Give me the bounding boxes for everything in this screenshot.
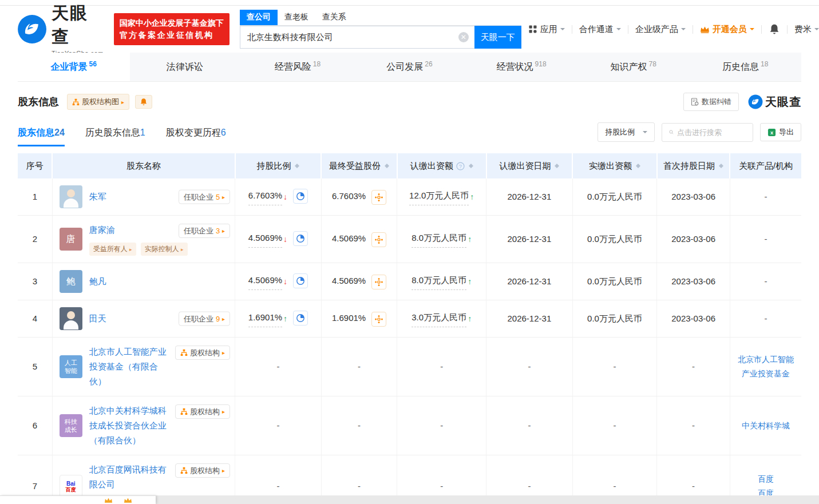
- shareholder-name-cell: 唐唐家渝受益所有人 ▸实际控制人 ▸任职企业 3▸: [52, 216, 235, 263]
- column-header-1: 序号: [18, 153, 52, 178]
- subtab-shareholders[interactable]: 股东信息24: [18, 127, 65, 146]
- related-product-link[interactable]: 北京市人工智能产业投资基金: [735, 352, 797, 381]
- nav-enterprise-products[interactable]: 企业级产品: [628, 24, 693, 35]
- table-search-box[interactable]: [662, 123, 753, 142]
- help-question-icon[interactable]: ?: [454, 162, 465, 170]
- subscribed-date-cell: 2026-12-31: [486, 178, 573, 216]
- trend-up-icon: ↑: [468, 232, 472, 247]
- column-header-label: 认缴出资日期: [499, 161, 551, 172]
- equity-structure-icon-button[interactable]: [371, 312, 386, 327]
- arrow-right-icon: ▸: [222, 315, 225, 323]
- column-header-3[interactable]: 持股比例: [235, 153, 322, 178]
- subtab-equity-change-history[interactable]: 股权变更历程6: [166, 127, 226, 146]
- sort-arrows-icon[interactable]: [295, 161, 299, 170]
- shareholder-name-cell: 人工 智能北京市人工智能产业投资基金（有限合伙） 股权结构▸: [52, 338, 235, 396]
- beneficial-share-cell: -: [321, 396, 397, 455]
- search-submit-button[interactable]: 天眼一下: [474, 26, 521, 49]
- nav-apps[interactable]: 应用: [521, 24, 572, 35]
- shareholding-ratio-value[interactable]: 6.7603%: [248, 188, 282, 205]
- sort-arrows-icon[interactable]: [469, 161, 473, 170]
- sort-arrows-icon[interactable]: [555, 161, 559, 170]
- equity-structure-icon-button[interactable]: [371, 275, 386, 289]
- column-header-4[interactable]: 最终受益股份: [321, 153, 397, 178]
- related-products-cell: -: [730, 216, 801, 263]
- sort-arrows-icon[interactable]: [385, 161, 389, 170]
- office-companies-badge[interactable]: 任职企业 9▸: [179, 312, 230, 326]
- column-header-7[interactable]: 实缴出资额: [572, 153, 657, 178]
- data-correction-button[interactable]: ! 数据纠错: [683, 93, 739, 111]
- subscribed-capital-value[interactable]: 8.0万元人民币: [412, 231, 466, 248]
- related-product-link[interactable]: 中关村科学城: [735, 419, 797, 433]
- column-header-5[interactable]: 认缴出资额?: [397, 153, 486, 178]
- company-search-input[interactable]: [240, 26, 474, 49]
- pie-chart-icon-button[interactable]: [293, 273, 308, 288]
- tab-enterprise-background[interactable]: 企业背景 56: [18, 53, 130, 81]
- crown-icon: [104, 497, 113, 504]
- subscribed-capital-cell: 8.0万元人民币↑: [397, 263, 486, 300]
- column-header-wrap: 关联产品/机构: [730, 161, 801, 172]
- tab-operation-risk[interactable]: 经营风险 18: [242, 53, 354, 81]
- subscribed-date-cell: -: [486, 396, 573, 455]
- office-companies-badge[interactable]: 任职企业 3▸: [179, 224, 230, 238]
- search-tab-boss[interactable]: 查老板: [278, 10, 315, 25]
- equity-structure-badge[interactable]: 股权结构▸: [175, 404, 230, 419]
- tianyancha-logo-icon: [17, 14, 47, 45]
- search-tab-company[interactable]: 查公司: [240, 10, 278, 25]
- search-tab-relation[interactable]: 查关系: [315, 10, 353, 25]
- column-header-8[interactable]: 首次持股日期: [657, 153, 730, 178]
- equity-structure-icon-button[interactable]: [371, 190, 386, 205]
- paid-capital-cell: 0.0万元人民币: [572, 178, 657, 216]
- column-header-2: 股东名称: [52, 153, 235, 178]
- beneficial-share-value: 4.5069%: [332, 276, 366, 285]
- subscribed-capital-value[interactable]: 12.0万元人民币: [409, 188, 469, 205]
- sort-arrows-icon[interactable]: [719, 161, 723, 170]
- actual-controller-tag[interactable]: 实际控制人 ▸: [141, 243, 188, 256]
- export-button[interactable]: x 导出: [760, 123, 801, 141]
- monitor-bell-button[interactable]: [135, 95, 152, 109]
- shareholding-ratio-value[interactable]: 4.5069%: [248, 231, 282, 248]
- notification-bell-button[interactable]: [762, 23, 787, 35]
- beneficial-share-cell: 1.6901%: [321, 300, 397, 338]
- nav-open-vip[interactable]: 开通会员: [693, 24, 761, 35]
- shareholding-ratio-value[interactable]: 4.5069%: [248, 273, 282, 290]
- shareholder-name-cell: 科技 成长北京中关村科学城科技成长投资合伙企业（有限合伙） 股权结构▸: [52, 396, 235, 455]
- first-holding-date-cell: -: [657, 396, 730, 455]
- shareholder-name-link[interactable]: 鲍凡: [89, 274, 229, 289]
- equity-structure-badge[interactable]: 股权结构▸: [175, 346, 230, 360]
- tab-intellectual-property[interactable]: 知识产权 78: [577, 53, 690, 81]
- related-product-link[interactable]: 百度: [735, 472, 797, 486]
- pie-chart-icon-button[interactable]: [293, 311, 308, 326]
- nav-user[interactable]: 费米: [788, 24, 819, 35]
- trend-up-icon: ↑: [468, 311, 472, 326]
- tab-operation-status[interactable]: 经营状况 918: [465, 53, 577, 81]
- table-search-input[interactable]: [677, 128, 746, 137]
- tianyancha-logo[interactable]: 天眼查 TianYanCha.com: [17, 2, 105, 57]
- tab-company-development[interactable]: 公司发展 26: [354, 53, 466, 81]
- beneficial-owner-tag[interactable]: 受益所有人 ▸: [89, 243, 136, 256]
- column-header-6[interactable]: 认缴出资日期: [486, 153, 573, 178]
- pie-chart-icon-button[interactable]: [293, 189, 308, 204]
- office-companies-badge[interactable]: 任职企业 5▸: [179, 190, 230, 204]
- nav-cooperation[interactable]: 合作通道: [572, 24, 628, 35]
- subtab-history-shareholders[interactable]: 历史股东信息1: [85, 127, 145, 146]
- tab-legal-proceedings[interactable]: 法律诉讼: [130, 53, 242, 81]
- subscribed-capital-cell: 8.0万元人民币↑: [397, 216, 486, 263]
- equity-structure-badge[interactable]: 股权结构▸: [175, 463, 230, 478]
- table-row: 3鲍鲍凡4.5069%↓4.5069%8.0万元人民币↑2026-12-310.…: [18, 263, 801, 300]
- tab-history-info[interactable]: 历史信息 18: [689, 53, 801, 81]
- sort-by-ratio-select[interactable]: 持股比例: [598, 122, 655, 142]
- sort-arrows-icon[interactable]: [636, 161, 640, 170]
- first-holding-date-cell: 2023-03-06: [657, 263, 730, 300]
- clear-search-icon[interactable]: ✕: [458, 32, 469, 42]
- subtab-count: 6: [221, 128, 226, 137]
- subtab-count: 24: [54, 128, 65, 137]
- pie-chart-icon-button[interactable]: [293, 231, 308, 246]
- equity-structure-icon-button[interactable]: [371, 232, 386, 247]
- office-count: 3: [216, 227, 220, 235]
- equity-structure-chart-button[interactable]: 股权结构图 ▸: [67, 94, 129, 110]
- shareholding-ratio-cell: 6.7603%↓: [235, 178, 322, 216]
- shareholding-ratio-value[interactable]: 1.6901%: [248, 310, 282, 327]
- subscribed-capital-value[interactable]: 8.0万元人民币: [412, 273, 466, 290]
- subscribed-capital-value[interactable]: 3.0万元人民币: [412, 310, 466, 327]
- tab-count: 18: [761, 60, 768, 68]
